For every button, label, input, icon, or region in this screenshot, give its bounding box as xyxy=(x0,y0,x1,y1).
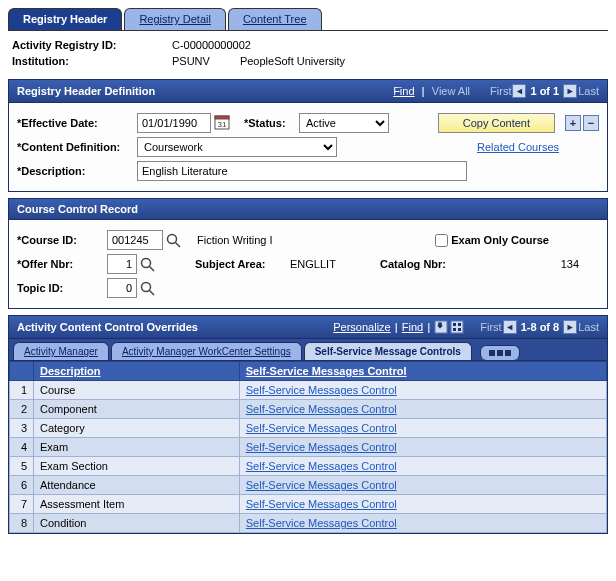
institution-name: PeopleSoft University xyxy=(240,55,345,67)
col-num xyxy=(10,362,34,381)
content-def-select[interactable]: Coursework xyxy=(137,137,337,157)
row-number: 6 xyxy=(10,476,34,495)
institution-code: PSUNV xyxy=(172,55,210,67)
exam-only-checkbox[interactable] xyxy=(435,234,448,247)
svg-rect-16 xyxy=(497,350,503,356)
self-service-link[interactable]: Self-Service Messages Control xyxy=(246,498,397,510)
section-title-overrides: Activity Content Control Overrides xyxy=(17,321,333,333)
zoom-icon[interactable] xyxy=(450,320,464,334)
section-bar-header: Registry Header Definition Find | View A… xyxy=(8,79,608,103)
svg-line-4 xyxy=(176,242,181,247)
topic-id-label: Topic ID: xyxy=(17,282,107,294)
subject-area-label: Subject Area: xyxy=(195,258,290,270)
copy-content-button[interactable]: Copy Content xyxy=(438,113,555,133)
prev-icon[interactable]: ◄ xyxy=(512,84,526,98)
row-description: Course xyxy=(34,381,240,400)
related-courses-link[interactable]: Related Courses xyxy=(477,141,559,153)
grid-prev-icon[interactable]: ◄ xyxy=(503,320,517,334)
grid-next-icon[interactable]: ► xyxy=(563,320,577,334)
subtab-self-service[interactable]: Self-Service Message Controls xyxy=(304,342,472,360)
nav-first: First xyxy=(490,85,511,97)
tab-registry-header[interactable]: Registry Header xyxy=(8,8,122,30)
svg-text:31: 31 xyxy=(218,120,227,129)
row-description: Assessment Item xyxy=(34,495,240,514)
table-row: 8ConditionSelf-Service Messages Control xyxy=(10,514,607,533)
self-service-link[interactable]: Self-Service Messages Control xyxy=(246,422,397,434)
find-link[interactable]: Find xyxy=(393,85,414,97)
course-id-label: *Course ID: xyxy=(17,234,107,246)
table-row: 6AttendanceSelf-Service Messages Control xyxy=(10,476,607,495)
add-row-icon[interactable]: + xyxy=(565,115,581,131)
svg-line-8 xyxy=(150,290,155,295)
row-number: 5 xyxy=(10,457,34,476)
tab-content-tree[interactable]: Content Tree xyxy=(228,8,322,30)
eff-date-input[interactable] xyxy=(137,113,211,133)
next-icon[interactable]: ► xyxy=(563,84,577,98)
svg-rect-17 xyxy=(505,350,511,356)
col-link[interactable]: Self-Service Messages Control xyxy=(239,362,606,381)
calendar-icon[interactable]: 31 xyxy=(214,114,230,132)
self-service-link[interactable]: Self-Service Messages Control xyxy=(246,517,397,529)
status-select[interactable]: Active xyxy=(299,113,389,133)
lookup-icon[interactable] xyxy=(166,233,181,248)
svg-rect-12 xyxy=(458,323,461,326)
row-number: 8 xyxy=(10,514,34,533)
delete-row-icon[interactable]: − xyxy=(583,115,599,131)
section-title-course: Course Control Record xyxy=(17,203,599,215)
svg-rect-10 xyxy=(451,321,463,333)
self-service-link[interactable]: Self-Service Messages Control xyxy=(246,460,397,472)
content-def-label: *Content Definition: xyxy=(17,141,137,153)
svg-rect-1 xyxy=(215,116,229,119)
table-row: 7Assessment ItemSelf-Service Messages Co… xyxy=(10,495,607,514)
svg-rect-13 xyxy=(453,328,456,331)
svg-line-6 xyxy=(150,266,155,271)
personalize-link[interactable]: Personalize xyxy=(333,321,390,333)
self-service-link[interactable]: Self-Service Messages Control xyxy=(246,479,397,491)
registry-id-value: C-00000000002 xyxy=(172,39,251,51)
svg-rect-14 xyxy=(458,328,461,331)
grid-first: First xyxy=(480,321,501,333)
subtab-activity-manager[interactable]: Activity Manager xyxy=(13,342,109,360)
table-row: 5Exam SectionSelf-Service Messages Contr… xyxy=(10,457,607,476)
registry-id-label: Activity Registry ID: xyxy=(12,39,162,51)
col-description[interactable]: Description xyxy=(34,362,240,381)
grid-last: Last xyxy=(578,321,599,333)
download-icon[interactable] xyxy=(434,320,448,334)
row-description: Exam Section xyxy=(34,457,240,476)
self-service-link[interactable]: Self-Service Messages Control xyxy=(246,403,397,415)
topic-id-input[interactable] xyxy=(107,278,137,298)
exam-only-label: Exam Only Course xyxy=(451,234,549,246)
self-service-link[interactable]: Self-Service Messages Control xyxy=(246,384,397,396)
course-id-input[interactable] xyxy=(107,230,163,250)
table-row: 3CategorySelf-Service Messages Control xyxy=(10,419,607,438)
offer-nbr-label: *Offer Nbr: xyxy=(17,258,107,270)
catalog-nbr-label: Catalog Nbr: xyxy=(380,258,470,270)
subtab-workcenter-settings[interactable]: Activity Manager WorkCenter Settings xyxy=(111,342,302,360)
row-number: 2 xyxy=(10,400,34,419)
row-description: Category xyxy=(34,419,240,438)
show-all-tabs-icon[interactable] xyxy=(480,345,520,360)
section-title-header: Registry Header Definition xyxy=(17,85,393,97)
row-description: Exam xyxy=(34,438,240,457)
self-service-link[interactable]: Self-Service Messages Control xyxy=(246,441,397,453)
nav-position: 1 of 1 xyxy=(530,85,559,97)
section-body-header: *Effective Date: 31 *Status: Active Copy… xyxy=(8,103,608,192)
lookup-icon[interactable] xyxy=(140,257,155,272)
table-row: 2ComponentSelf-Service Messages Control xyxy=(10,400,607,419)
institution-label: Institution: xyxy=(12,55,162,67)
svg-rect-11 xyxy=(453,323,456,326)
status-label: *Status: xyxy=(244,117,299,129)
offer-nbr-input[interactable] xyxy=(107,254,137,274)
row-number: 1 xyxy=(10,381,34,400)
svg-rect-15 xyxy=(489,350,495,356)
lookup-icon[interactable] xyxy=(140,281,155,296)
find-link-grid[interactable]: Find xyxy=(402,321,423,333)
svg-point-3 xyxy=(168,234,177,243)
tab-registry-detail[interactable]: Registry Detail xyxy=(124,8,226,30)
row-number: 4 xyxy=(10,438,34,457)
description-input[interactable] xyxy=(137,161,467,181)
subtab-strip: Activity Manager Activity Manager WorkCe… xyxy=(8,339,608,361)
table-row: 4ExamSelf-Service Messages Control xyxy=(10,438,607,457)
section-bar-overrides: Activity Content Control Overrides Perso… xyxy=(8,315,608,339)
row-description: Attendance xyxy=(34,476,240,495)
